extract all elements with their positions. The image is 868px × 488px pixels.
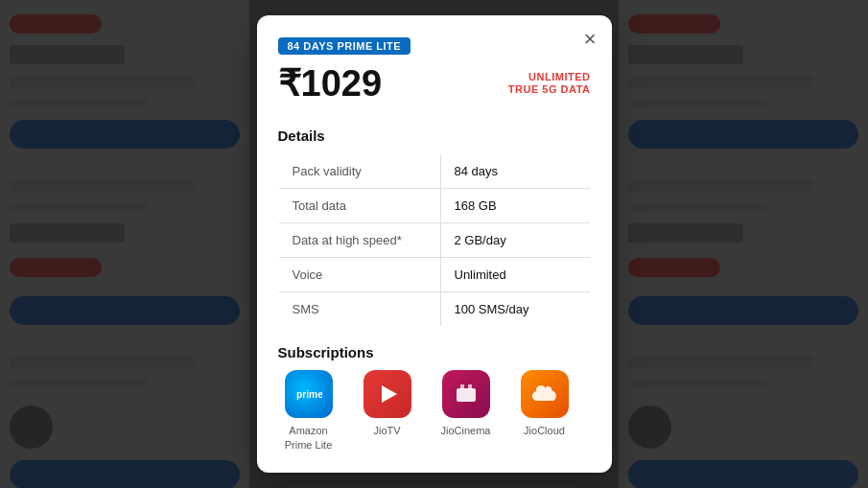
price-row: ₹1029 UNLIMITED TRUE 5G DATA	[278, 62, 591, 105]
row-label: Voice	[278, 258, 440, 292]
subscription-label: JioTV	[373, 424, 400, 437]
subscription-label: JioCloud	[524, 424, 565, 437]
svg-rect-3	[460, 384, 464, 390]
jiocloud-icon	[521, 370, 569, 418]
subscriptions-row: prime Amazon Prime Lite JioTV JioCinema …	[278, 370, 591, 452]
svg-rect-2	[457, 388, 476, 402]
modal-scrollable-content[interactable]: Details Pack validity 84 days Total data…	[257, 118, 612, 473]
unlimited-line1: UNLIMITED	[508, 71, 591, 83]
amazon-prime-lite-icon: prime	[285, 370, 333, 418]
table-row: Pack validity 84 days	[278, 154, 590, 189]
table-row: SMS 100 SMS/day	[278, 292, 590, 327]
svg-text:prime: prime	[295, 389, 321, 400]
table-row: Voice Unlimited	[278, 258, 590, 292]
row-label: Total data	[278, 189, 440, 223]
subscription-label: JioCinema	[441, 424, 491, 437]
details-table: Pack validity 84 days Total data 168 GB …	[278, 153, 591, 327]
row-label: Data at high speed*	[278, 223, 440, 258]
jiotv-icon	[364, 370, 411, 418]
subscription-item: JioCloud	[514, 370, 575, 452]
row-value: 100 SMS/day	[440, 292, 590, 327]
modal-backdrop: × 84 DAYS PRIME LITE ₹1029 UNLIMITED TRU…	[0, 0, 868, 488]
row-label: Pack validity	[278, 154, 440, 189]
row-value: Unlimited	[440, 258, 590, 292]
subscription-item: JioTV	[357, 370, 418, 452]
svg-rect-4	[468, 384, 472, 390]
close-button[interactable]: ×	[584, 29, 597, 50]
svg-marker-1	[382, 385, 397, 403]
modal-header: × 84 DAYS PRIME LITE ₹1029 UNLIMITED TRU…	[257, 15, 612, 118]
unlimited-badge: UNLIMITED TRUE 5G DATA	[508, 71, 591, 96]
table-row: Total data 168 GB	[278, 189, 590, 223]
row-value: 2 GB/day	[440, 223, 590, 258]
row-value: 168 GB	[440, 189, 590, 223]
details-section-title: Details	[278, 128, 591, 144]
jiocinema-icon	[442, 370, 490, 418]
plan-price: ₹1029	[278, 62, 383, 105]
row-label: SMS	[278, 292, 440, 327]
unlimited-line2: TRUE 5G DATA	[508, 83, 591, 96]
plan-detail-modal: × 84 DAYS PRIME LITE ₹1029 UNLIMITED TRU…	[257, 15, 612, 473]
subscription-item: JioCinema	[435, 370, 497, 452]
subscriptions-section-title: Subscriptions	[278, 344, 591, 360]
row-value: 84 days	[440, 154, 590, 189]
plan-badge: 84 DAYS PRIME LITE	[278, 37, 411, 55]
subscription-label: Amazon Prime Lite	[278, 424, 340, 452]
table-row: Data at high speed* 2 GB/day	[278, 223, 590, 258]
subscription-item: prime Amazon Prime Lite	[278, 370, 340, 452]
